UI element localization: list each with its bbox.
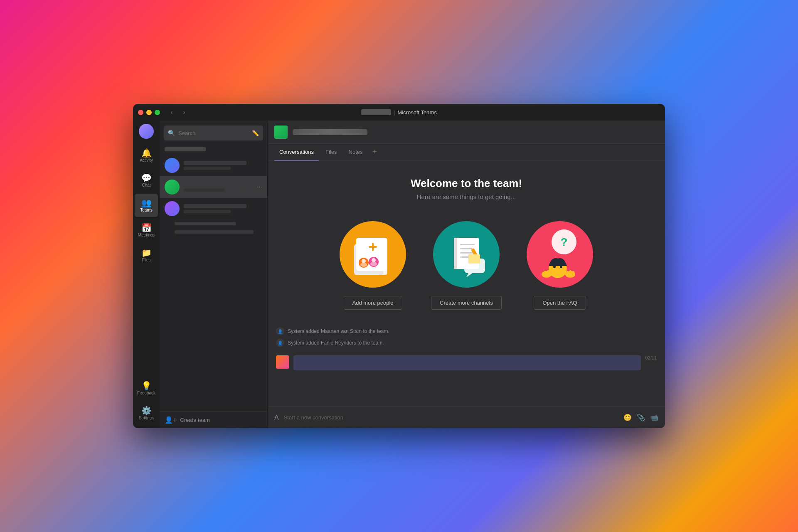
tabs-bar: Conversations Files Notes + [268,144,665,160]
format-icon[interactable]: A [274,414,279,421]
svg-rect-31 [566,271,569,276]
forward-arrow[interactable]: › [179,107,189,117]
message-timestamp: 02/11 [645,355,657,360]
open-faq-card: ? [527,221,593,310]
tab-notes[interactable]: Notes [344,144,368,161]
chat-name [184,204,246,208]
emoji-button[interactable]: 😊 [623,414,632,421]
welcome-title: Welcome to the team! [276,177,657,190]
video-button[interactable]: 📹 [650,414,658,421]
svg-point-9 [360,263,367,267]
navigation-arrows: ‹ › [167,107,189,117]
channel-item[interactable] [160,228,267,236]
system-message: 👤 System added Fanie Reynders to the tea… [276,337,657,349]
sidebar-item-files[interactable]: 📁 Files [135,244,158,267]
minimize-button[interactable] [146,110,152,115]
sidebar-item-settings[interactable]: ⚙️ Settings [135,401,158,425]
tab-files[interactable]: Files [320,144,342,161]
people-svg [344,225,402,283]
add-people-card: Add more people [340,221,406,310]
svg-marker-18 [466,273,473,277]
svg-rect-33 [572,271,574,276]
main-content: Conversations Files Notes + Welcome to t… [268,121,665,428]
search-icon: 🔍 [168,130,175,136]
svg-rect-30 [550,271,552,276]
message-content [293,355,641,370]
svg-text:?: ? [560,236,567,249]
attach-button[interactable]: 📎 [637,414,645,421]
welcome-area: Welcome to the team! Here are some thing… [268,160,665,406]
svg-point-7 [362,259,366,263]
create-team-label: Create team [180,417,210,423]
chat-item-text [184,161,262,170]
more-options-button[interactable]: ··· [257,183,262,191]
chat-item-text [184,204,262,213]
chat-item-text [184,182,253,192]
close-button[interactable] [138,110,143,115]
svg-rect-13 [460,244,475,245]
avatar [165,201,180,216]
channel-item[interactable] [160,219,267,228]
svg-rect-20 [468,254,480,264]
fullscreen-button[interactable] [155,110,160,115]
user-avatar[interactable] [139,124,154,139]
traffic-lights [138,110,160,115]
create-team-button[interactable]: 👤+ Create team [160,411,267,428]
message-avatar [276,355,289,369]
app-body: 🔔 Activity 💬 Chat 👥 Teams 📅 Meetings 📁 F… [133,121,665,428]
avatar [165,158,180,173]
channel-name [175,222,236,225]
sidebar-item-meetings[interactable]: 📅 Meetings [135,219,158,242]
sidebar-item-chat[interactable]: 💬 Chat [135,169,158,192]
chat-preview [184,167,231,170]
svg-rect-4 [372,243,374,251]
channel-avatar [274,126,288,139]
settings-icon: ⚙️ [141,406,152,415]
app-window: ‹ › —————— | Microsoft Teams 🔔 Activity … [133,104,665,428]
system-icon: 👤 [276,327,284,335]
open-faq-button[interactable]: Open the FAQ [534,296,586,310]
create-more-channels-button[interactable]: Create more channels [431,296,502,310]
system-message: 👤 System added Maarten van Stam to the t… [276,325,657,337]
user-label: —————— [361,109,391,115]
svg-point-10 [370,262,377,266]
sidebar-item-teams[interactable]: 👥 Teams [135,194,158,217]
svg-rect-15 [460,252,475,254]
list-item[interactable]: ··· [160,155,267,176]
svg-rect-28 [544,271,546,276]
list-item[interactable] [160,144,267,155]
list-item[interactable]: ··· [160,198,267,219]
svg-rect-14 [460,248,473,249]
chat-list-panel: 🔍 ✏️ ··· [160,121,268,428]
system-icon: 👤 [276,339,284,347]
svg-rect-12 [454,238,457,269]
chat-list: ··· ··· [160,144,267,411]
search-input[interactable] [178,130,249,136]
search-bar[interactable]: 🔍 ✏️ [164,126,263,140]
channel-header [268,121,665,144]
create-team-icon: 👤+ [165,416,177,424]
chat-icon: 💬 [141,174,152,182]
teams-icon: 👥 [141,199,152,207]
chat-name [184,161,246,165]
create-channels-card: Create more channels [431,221,502,310]
channel-name [293,129,367,135]
add-tab-button[interactable]: + [369,148,381,156]
title-bar: ‹ › —————— | Microsoft Teams [133,104,665,121]
sidebar-item-feedback[interactable]: 💡 Feedback [135,377,158,400]
compose-actions: 😊 📎 📹 [623,414,658,421]
activity-icon: 🔔 [141,149,152,157]
back-arrow[interactable]: ‹ [167,107,177,117]
edit-icon[interactable]: ✏️ [252,130,259,136]
add-more-people-button[interactable]: Add more people [344,296,402,310]
chat-preview [184,210,231,213]
welcome-banner: Welcome to the team! Here are some thing… [268,160,665,213]
icon-sidebar: 🔔 Activity 💬 Chat 👥 Teams 📅 Meetings 📁 F… [133,121,160,428]
list-item[interactable]: ··· [160,176,267,198]
add-people-illustration [340,221,406,288]
tab-conversations[interactable]: Conversations [274,144,319,161]
sidebar-item-activity[interactable]: 🔔 Activity [135,144,158,167]
create-channels-illustration [433,221,500,288]
compose-input[interactable]: Start a new conversation [284,414,618,421]
channels-svg [437,225,495,283]
